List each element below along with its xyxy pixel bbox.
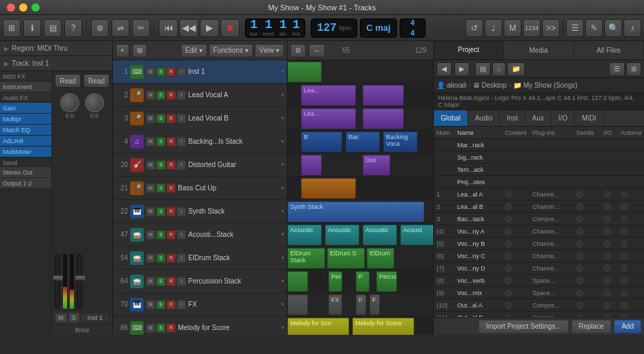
timeline-block[interactable]: P: [356, 271, 370, 292]
folder-button[interactable]: 📁: [507, 62, 525, 76]
help-button[interactable]: ?: [64, 19, 82, 37]
timeline-block[interactable]: [363, 85, 404, 105]
track-row[interactable]: 22 🎹 M S R I Synth Stack ▾: [113, 200, 287, 223]
time-signature-display[interactable]: 4 4: [400, 18, 426, 38]
track-record-btn[interactable]: R: [166, 277, 176, 286]
minimize-button[interactable]: [19, 3, 27, 12]
track-input-btn[interactable]: I: [177, 253, 186, 263]
timeline-block[interactable]: B: [301, 131, 342, 152]
timeline-block[interactable]: Backing Voca: [383, 131, 417, 152]
timeline-block[interactable]: F: [356, 294, 366, 315]
timeline-block[interactable]: [301, 155, 322, 175]
cut-button[interactable]: ✂: [132, 19, 150, 37]
timeline-block[interactable]: [287, 294, 308, 315]
track-mute-btn[interactable]: M: [146, 277, 155, 286]
track-record-btn[interactable]: R: [166, 184, 176, 193]
track-solo-btn[interactable]: S: [156, 67, 166, 77]
track-row[interactable]: 21 🎤 M S R Bass Cut Up ▾: [113, 177, 287, 200]
info-button[interactable]: ℹ: [23, 19, 41, 37]
plugin-slot-gain[interactable]: Gain: [0, 103, 51, 114]
fader-handle-1[interactable]: [53, 275, 64, 281]
import-project-settings-button[interactable]: Import Project Settings...: [478, 320, 569, 333]
timeline-block[interactable]: Perc: [329, 271, 342, 292]
track-mute-btn[interactable]: M: [146, 253, 155, 263]
track-expand-arrow[interactable]: ▾: [281, 325, 284, 331]
read-button-2[interactable]: Read: [83, 74, 110, 88]
track-mute-btn[interactable]: M: [146, 114, 155, 123]
stereo-out-slot[interactable]: Stereo Out: [0, 167, 51, 178]
track-mute-btn[interactable]: M: [146, 230, 155, 240]
track-input-btn[interactable]: I: [177, 160, 186, 170]
timeline-block[interactable]: Dist: [363, 155, 390, 175]
track-solo-btn[interactable]: S: [156, 184, 166, 193]
track-expand-arrow[interactable]: ▾: [281, 138, 284, 144]
edit-view-button[interactable]: ✎: [585, 19, 603, 37]
capture-button[interactable]: ⊛: [91, 19, 109, 37]
list-view-button[interactable]: ☰: [566, 19, 584, 37]
timeline-block[interactable]: ElDrum S: [327, 248, 365, 268]
channel-knob-1[interactable]: [60, 93, 79, 112]
ruler-settings-btn[interactable]: ⚙: [290, 44, 306, 58]
back-button[interactable]: ◀◀: [179, 19, 198, 37]
track-mute-btn[interactable]: M: [146, 137, 155, 147]
plugin-slot-adlimit[interactable]: AdLimit: [0, 136, 51, 147]
track-mute-btn[interactable]: M: [146, 90, 155, 100]
timeline-block[interactable]: Acoustic: [325, 225, 359, 245]
timeline-block[interactable]: F: [370, 294, 380, 315]
timeline-block[interactable]: ElDrum Stack: [287, 248, 325, 268]
track-solo-btn[interactable]: S: [156, 230, 166, 240]
subtab-global[interactable]: Global: [434, 110, 468, 126]
track-solo-btn[interactable]: S: [156, 114, 166, 123]
track-input-btn[interactable]: I: [177, 300, 186, 309]
search-button[interactable]: 🔍: [604, 19, 622, 37]
subtab-aux[interactable]: Aux: [526, 110, 552, 126]
add-button[interactable]: Add: [614, 320, 641, 333]
channel-list-row[interactable]: (7) Voc...ny D Channe...: [434, 262, 644, 275]
region-info[interactable]: ▶ Region: MIDI Thru: [0, 41, 112, 56]
track-solo-btn[interactable]: S: [156, 323, 166, 333]
edit-btn[interactable]: Edit ▾: [181, 44, 207, 58]
timeline-block[interactable]: Acoust: [400, 225, 433, 245]
track-expand-arrow[interactable]: ▾: [281, 162, 284, 168]
channel-list-row[interactable]: 2 Lea...al B Channe...: [434, 201, 644, 213]
channel-header-row[interactable]: Mar...rack: [434, 139, 644, 151]
timeline-block[interactable]: Bac: [346, 131, 380, 152]
tuner-button[interactable]: ♩: [485, 19, 502, 37]
track-expand-arrow[interactable]: ▾: [281, 115, 284, 121]
track-solo-btn[interactable]: S: [156, 137, 166, 147]
track-mute-btn[interactable]: M: [146, 207, 155, 216]
track-solo-btn[interactable]: S: [156, 300, 166, 309]
ruler-zoom-btn[interactable]: ↔: [309, 44, 325, 58]
channel-list-row[interactable]: (9) Voc...mix Space...: [434, 287, 644, 299]
track-input-btn[interactable]: I: [177, 207, 186, 216]
more-button[interactable]: >>: [542, 19, 560, 37]
fader-handle-2[interactable]: [75, 275, 86, 281]
track-input-btn[interactable]: I: [177, 137, 186, 147]
track-mute-btn[interactable]: M: [146, 323, 155, 333]
timeline-block[interactable]: FX: [329, 294, 342, 315]
track-row[interactable]: 4 ♫ M S R I Backing...Is Stack ▾: [113, 130, 287, 153]
channel-list-row[interactable]: (4) Voc...ny A Channe...: [434, 225, 644, 238]
list-view-right-button[interactable]: ☰: [609, 62, 625, 76]
track-solo-btn[interactable]: S: [156, 207, 166, 216]
track-record-btn[interactable]: R: [166, 207, 176, 216]
track-record-btn[interactable]: R: [166, 137, 176, 147]
subtab-inst[interactable]: Inst: [500, 110, 525, 126]
track-record-btn[interactable]: R: [166, 323, 176, 333]
home-button[interactable]: ⌂: [492, 62, 506, 76]
track-record-btn[interactable]: R: [166, 160, 176, 170]
view-btn[interactable]: View ▾: [255, 44, 284, 58]
track-row[interactable]: 70 🎹 M S R I FX ▾: [113, 293, 287, 316]
track-record-btn[interactable]: R: [166, 230, 176, 240]
track-input-btn[interactable]: I: [177, 90, 186, 100]
channel-list-row[interactable]: (8) Voc...verb Space...: [434, 275, 644, 287]
maximize-button[interactable]: [31, 3, 40, 12]
track-solo-btn[interactable]: S: [156, 90, 166, 100]
plugin-slot-matcheq[interactable]: Match EQ: [0, 125, 51, 136]
subtab-audio[interactable]: Audio: [468, 110, 500, 126]
timeline-block[interactable]: Lea...: [301, 108, 356, 129]
timeline-block[interactable]: Percus: [376, 271, 397, 292]
count-in-button[interactable]: 1234: [523, 19, 541, 37]
timeline-block[interactable]: [301, 178, 356, 199]
track-input-btn[interactable]: I: [177, 277, 186, 286]
